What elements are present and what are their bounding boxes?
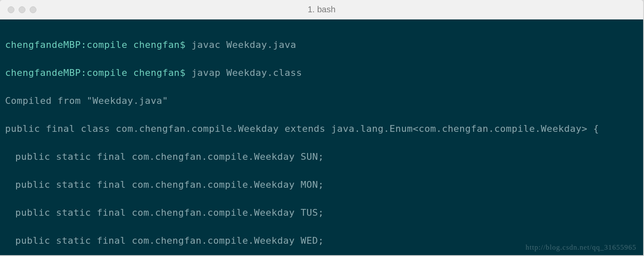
prompt-user: chengfan (133, 67, 180, 78)
watermark-text: http://blog.csdn.net/qq_31655965 (526, 242, 637, 253)
prompt-user: chengfan (133, 39, 180, 50)
output-class-declaration: public final class com.chengfan.compile.… (5, 122, 638, 136)
command-text: javap Weekday.class (192, 67, 302, 78)
prompt-host: chengfandeMBP (5, 39, 81, 50)
output-compiled-from: Compiled from "Weekday.java" (5, 94, 638, 108)
command-line-2: chengfandeMBP:compile chengfan$ javap We… (5, 66, 638, 80)
output-member: public static final com.chengfan.compile… (5, 178, 638, 192)
titlebar: 1. bash (0, 0, 643, 19)
maximize-icon[interactable] (30, 6, 36, 13)
output-member: public static final com.chengfan.compile… (5, 150, 638, 164)
terminal-window: 1. bash chengfandeMBP:compile chengfan$ … (0, 0, 643, 255)
window-title: 1. bash (308, 5, 336, 14)
close-icon[interactable] (8, 6, 14, 13)
prompt-host: chengfandeMBP (5, 67, 81, 78)
prompt-path: compile (86, 39, 127, 50)
traffic-lights (0, 6, 36, 13)
terminal-content[interactable]: chengfandeMBP:compile chengfan$ javac We… (0, 19, 643, 255)
minimize-icon[interactable] (19, 6, 25, 13)
output-member: public static final com.chengfan.compile… (5, 206, 638, 220)
command-text: javac Weekday.java (192, 39, 296, 50)
prompt-path: compile (86, 67, 127, 78)
command-line-1: chengfandeMBP:compile chengfan$ javac We… (5, 38, 638, 52)
